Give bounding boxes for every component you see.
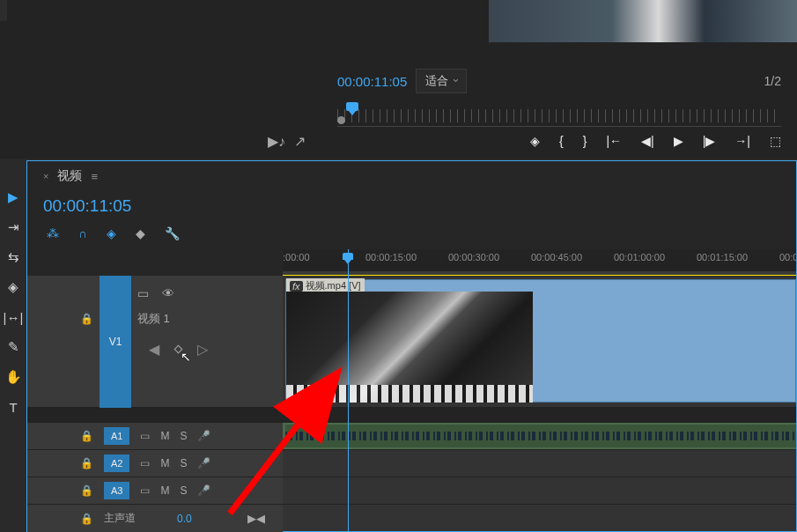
type-tool-icon[interactable]: T <box>3 396 24 417</box>
audio-track-header-a3: 🔒 A3 ▭ M S 🎤 <box>27 477 283 505</box>
mark-out-icon[interactable]: } <box>583 134 587 148</box>
zoom-dropdown[interactable]: 适合 <box>416 69 467 93</box>
play-icon[interactable]: ▶ <box>674 134 683 148</box>
lock-icon[interactable]: 🔒 <box>80 313 93 325</box>
a3-track-selector[interactable]: A3 <box>104 482 129 499</box>
solo-button[interactable]: S <box>180 430 187 442</box>
ripple-tool-icon[interactable]: ⇆ <box>3 247 24 268</box>
program-timecode[interactable]: 00:00:11:05 <box>337 74 407 89</box>
tool-palette: ▶ ⇥ ⇆ ◈ |↔| ✎ ✋ T <box>0 160 26 532</box>
mute-button[interactable]: M <box>160 457 169 469</box>
audio-clip[interactable] <box>285 425 796 447</box>
toggle-output-icon[interactable]: ▭ <box>140 430 150 442</box>
toggle-output-icon[interactable]: ▭ <box>140 484 150 497</box>
video-track-header: 🔒 V1 ▭ 👁 视频 1 ◀ ▷ ↖ <box>27 276 283 408</box>
step-back-icon[interactable]: ◀| <box>641 134 654 148</box>
lock-icon[interactable]: 🔒 <box>80 430 93 442</box>
playhead-line <box>348 249 349 531</box>
program-monitor: 00:00:11:05 适合 1/2 ◈ { } |← ◀| ▶ |▶ →| ⬚ <box>321 0 797 159</box>
master-track-header: 🔒 主声道 0.0 ▶◀ <box>27 505 283 532</box>
video-preview <box>489 0 797 42</box>
video-clip[interactable]: fx视频.mp4 [V] <box>285 279 796 403</box>
link-icon[interactable]: ∩ <box>78 226 87 240</box>
close-icon[interactable]: × <box>43 171 48 181</box>
export-icon[interactable]: ↗ <box>294 133 306 150</box>
toggle-output-icon[interactable]: ▭ <box>137 286 149 300</box>
selection-tool-icon[interactable]: ▶ <box>3 187 24 208</box>
pen-tool-icon[interactable]: ✎ <box>3 336 24 358</box>
track-select-tool-icon[interactable]: ⇥ <box>3 217 24 238</box>
panel-menu-icon[interactable]: ≡ <box>91 170 98 183</box>
razor-tool-icon[interactable]: ◈ <box>3 277 24 298</box>
video-track-v1[interactable]: fx视频.mp4 [V] <box>283 276 796 408</box>
lock-icon[interactable]: 🔒 <box>80 484 93 497</box>
solo-button[interactable]: S <box>180 457 187 469</box>
a1-track-selector[interactable]: A1 <box>104 427 129 445</box>
source-panel: ▶♪ ↗ <box>0 0 321 159</box>
lock-icon[interactable]: 🔒 <box>80 513 93 525</box>
marker-toggle-icon[interactable]: ◈ <box>107 226 116 240</box>
snap-icon[interactable]: ⁂ <box>47 226 59 240</box>
marker-icon[interactable]: ◈ <box>530 134 540 148</box>
program-ruler[interactable] <box>337 100 781 127</box>
mouse-cursor-icon: ↖ <box>181 350 191 364</box>
clip-thumbnail <box>286 292 533 403</box>
audio-track-a2[interactable] <box>283 450 796 477</box>
voice-icon[interactable]: 🎤 <box>197 430 210 442</box>
track-name[interactable]: 视频 1 <box>137 311 170 327</box>
slip-tool-icon[interactable]: |↔| <box>3 307 24 328</box>
lock-icon[interactable]: 🔒 <box>80 457 93 469</box>
audio-track-a3[interactable] <box>283 477 796 505</box>
collapse-icon[interactable]: ▶◀ <box>247 512 265 525</box>
hand-tool-icon[interactable]: ✋ <box>3 366 24 388</box>
a2-track-selector[interactable]: A2 <box>104 454 129 472</box>
mute-button[interactable]: M <box>160 430 169 442</box>
goto-in-icon[interactable]: |← <box>606 134 622 148</box>
mute-button[interactable]: M <box>160 484 169 497</box>
voice-icon[interactable]: 🎤 <box>197 457 210 469</box>
voice-icon[interactable]: 🎤 <box>197 484 210 497</box>
goto-out-icon[interactable]: →| <box>734 134 750 148</box>
toggle-output-icon[interactable]: ▭ <box>140 457 150 469</box>
audio-track-header-a2: 🔒 A2 ▭ M S 🎤 <box>27 450 283 477</box>
resolution-display[interactable]: 1/2 <box>764 74 781 88</box>
export-frame-icon[interactable]: ⬚ <box>770 134 781 148</box>
playhead[interactable] <box>343 253 353 260</box>
time-ruler[interactable]: :00:00 00:00:15:00 00:00:30:00 00:00:45:… <box>283 249 796 276</box>
audio-track-header-a1: 🔒 A1 ▭ M S 🎤 <box>27 423 283 450</box>
toggle-visibility-icon[interactable]: 👁 <box>162 286 174 300</box>
prev-keyframe-icon[interactable]: ◀ <box>149 341 159 358</box>
master-db[interactable]: 0.0 <box>177 513 192 525</box>
mark-in-icon[interactable]: { <box>559 134 564 148</box>
settings-icon[interactable]: 🔧 <box>165 226 180 240</box>
solo-button[interactable]: S <box>180 484 187 497</box>
master-label: 主声道 <box>104 511 136 526</box>
sequence-title[interactable]: 视频 <box>57 168 82 184</box>
add-marker-icon[interactable]: ◆ <box>136 226 145 240</box>
timeline: × 视频 ≡ 00:00:11:05 ⁂ ∩ ◈ ◆ 🔧 🔒 V1 ▭ 👁 <box>26 160 797 532</box>
v1-track-selector[interactable]: V1 <box>100 276 131 408</box>
audio-track-a1[interactable] <box>283 423 796 450</box>
timeline-timecode[interactable]: 00:00:11:05 <box>27 191 796 221</box>
step-forward-icon[interactable]: |▶ <box>703 134 716 148</box>
next-keyframe-icon[interactable]: ▷ <box>197 341 208 358</box>
play-audio-icon[interactable]: ▶♪ <box>268 133 285 150</box>
master-track[interactable] <box>283 505 796 531</box>
